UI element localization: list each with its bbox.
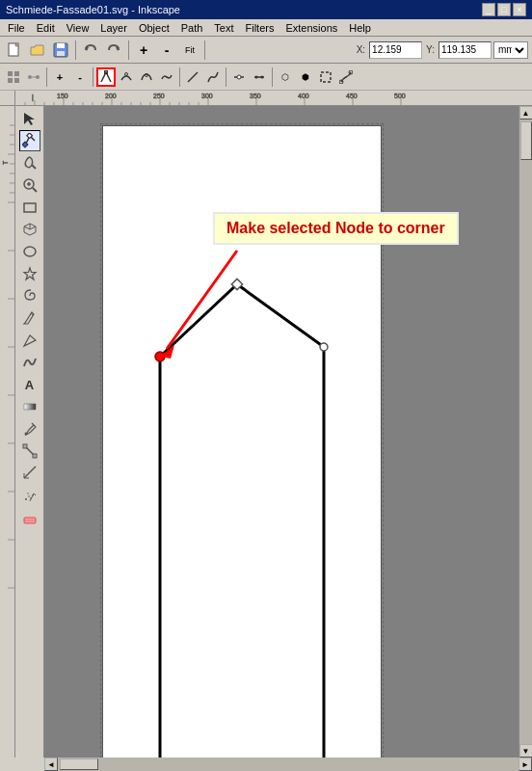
close-button[interactable]: × — [513, 3, 526, 16]
select-tool-btn[interactable] — [19, 108, 40, 129]
pen-tool-btn[interactable] — [19, 330, 40, 351]
svg-rect-6 — [8, 71, 13, 76]
svg-point-15 — [146, 73, 148, 76]
select-all-nodes[interactable] — [4, 67, 23, 87]
break-path-btn[interactable] — [229, 67, 249, 87]
rect-tool-btn[interactable] — [19, 197, 40, 218]
y-coord-input[interactable] — [439, 41, 492, 59]
make-symmetric-btn[interactable] — [137, 67, 156, 87]
svg-rect-8 — [8, 78, 13, 83]
open-button[interactable] — [27, 40, 48, 61]
x-coord-label: X: — [355, 44, 367, 55]
dropper-tool-btn[interactable] — [19, 418, 40, 439]
minimize-button[interactable]: _ — [482, 3, 495, 16]
make-smooth-node-btn[interactable] — [117, 67, 136, 87]
svg-text:250: 250 — [153, 93, 165, 99]
spiral-tool-btn[interactable] — [19, 285, 40, 306]
star-tool-btn[interactable] — [19, 263, 40, 284]
show-handles-btn[interactable] — [336, 67, 356, 87]
pencil-tool-btn[interactable] — [19, 307, 40, 329]
menu-view[interactable]: View — [61, 21, 95, 35]
svg-point-96 — [28, 495, 30, 497]
ellipse-tool-btn[interactable] — [19, 241, 40, 262]
menu-file[interactable]: File — [2, 21, 31, 35]
svg-point-97 — [27, 492, 28, 493]
vertical-ruler: T — [0, 106, 15, 758]
scroll-right-btn[interactable]: ► — [519, 758, 532, 771]
zoom-tool-btn[interactable] — [19, 174, 40, 196]
toolbox: A — [15, 106, 44, 758]
svg-point-19 — [261, 75, 264, 78]
svg-rect-20 — [321, 72, 331, 82]
node-x-btn[interactable]: ⬡ — [276, 67, 295, 87]
make-auto-smooth-btn[interactable] — [157, 67, 176, 87]
undo-button[interactable] — [80, 40, 101, 61]
node-sep1 — [46, 67, 47, 87]
x-coord-input[interactable] — [369, 41, 422, 59]
menu-text[interactable]: Text — [208, 21, 239, 35]
svg-line-80 — [33, 188, 37, 192]
tweak-tool-btn[interactable] — [19, 152, 40, 173]
scroll-left-btn[interactable]: ◄ — [44, 758, 58, 771]
scroll-down-btn[interactable]: ▼ — [519, 744, 533, 758]
remove-node-btn[interactable]: - — [70, 67, 90, 87]
new-button[interactable] — [4, 40, 25, 61]
left-panel: T — [0, 106, 44, 758]
svg-text:200: 200 — [105, 93, 117, 99]
save-button[interactable] — [50, 40, 71, 61]
menu-extensions[interactable]: Extensions — [279, 21, 343, 35]
node-tool-btn[interactable] — [19, 130, 40, 151]
add-node-btn[interactable]: + — [50, 67, 69, 87]
svg-point-95 — [25, 498, 27, 500]
maximize-button[interactable]: □ — [497, 3, 511, 16]
svg-rect-7 — [14, 71, 19, 76]
curve-segment-btn[interactable] — [203, 67, 223, 87]
line-segment-btn[interactable] — [183, 67, 202, 87]
menu-object[interactable]: Object — [133, 21, 175, 35]
svg-rect-90 — [23, 444, 27, 448]
menu-edit[interactable]: Edit — [31, 21, 61, 35]
menu-bar: File Edit View Layer Object Path Text Fi… — [0, 19, 532, 37]
svg-rect-3 — [57, 51, 65, 56]
horizontal-ruler: | 150 200 250 300 350 400 450 500 — [15, 91, 532, 106]
svg-rect-57 — [0, 106, 15, 758]
gradient-tool-btn[interactable] — [19, 396, 40, 417]
node-sep2 — [93, 67, 93, 87]
node-y-btn[interactable]: ⬢ — [296, 67, 315, 87]
3dbox-tool-btn[interactable] — [19, 219, 40, 240]
sep1 — [75, 40, 76, 60]
zoom-out-button[interactable]: - — [156, 40, 177, 61]
measure-tool-btn[interactable] — [19, 463, 40, 484]
menu-help[interactable]: Help — [343, 21, 377, 35]
svg-rect-9 — [14, 78, 19, 83]
page-canvas — [102, 125, 382, 758]
svg-text:350: 350 — [250, 93, 261, 99]
svg-point-11 — [36, 75, 40, 79]
join-nodes-btn[interactable] — [250, 67, 269, 87]
make-corner-node-btn[interactable] — [96, 67, 116, 87]
node-toolbar: + - ⬡ ⬢ — [0, 64, 532, 91]
node-sep3 — [179, 67, 180, 87]
redo-button[interactable] — [103, 40, 124, 61]
select-end-nodes[interactable] — [24, 67, 43, 87]
menu-layer[interactable]: Layer — [94, 21, 133, 35]
scroll-up-btn[interactable]: ▲ — [519, 106, 533, 120]
callig-tool-btn[interactable] — [19, 352, 40, 373]
vertical-scrollbar[interactable]: ▲ ▼ — [519, 106, 532, 758]
unit-selector[interactable]: mm px in — [493, 41, 528, 59]
show-outline-btn[interactable] — [316, 67, 335, 87]
spray-tool-btn[interactable] — [19, 485, 40, 506]
menu-path[interactable]: Path — [175, 21, 209, 35]
ruler-top-row: | 150 200 250 300 350 400 450 500 — [0, 91, 532, 106]
text-tool-btn[interactable]: A — [19, 374, 40, 395]
svg-text:450: 450 — [346, 93, 358, 99]
eraser-tool-btn[interactable] — [19, 507, 40, 528]
scroll-thumb-h[interactable] — [60, 758, 98, 770]
connector-tool-btn[interactable] — [19, 440, 40, 462]
svg-point-10 — [28, 75, 32, 79]
zoom-fit-button[interactable]: Fit — [179, 40, 200, 61]
canvas[interactable]: Make selected Node to corner — [44, 106, 519, 758]
zoom-in-button[interactable]: + — [133, 40, 154, 61]
menu-filters[interactable]: Filters — [240, 21, 280, 35]
scroll-thumb-v[interactable] — [520, 121, 532, 160]
